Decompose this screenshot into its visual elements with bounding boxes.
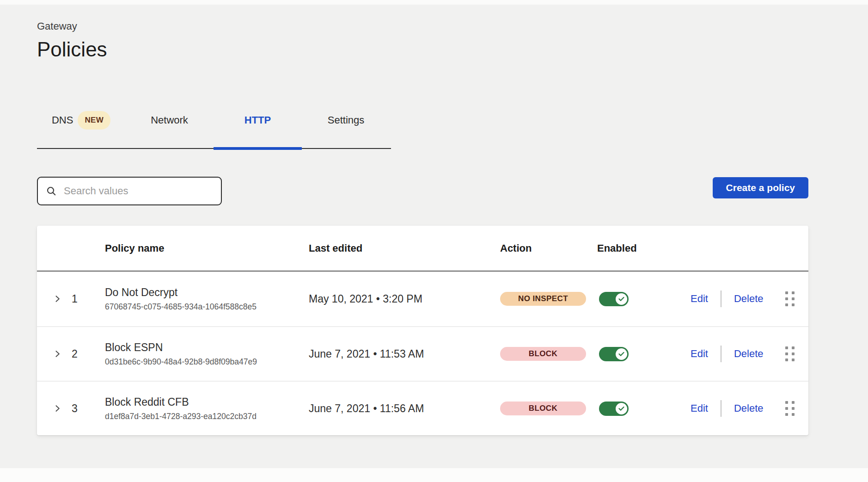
gateway-policies-page: Gateway Policies DNS NEW Network HTTP Se… [37, 0, 808, 435]
row-number: 1 [65, 293, 86, 305]
action-divider [721, 290, 721, 307]
policy-name: Do Not Decrypt [105, 286, 305, 299]
toggle-knob [616, 348, 627, 360]
action-badge: BLOCK [500, 347, 586, 361]
action-badge: BLOCK [500, 402, 586, 415]
page-title: Policies [37, 38, 808, 61]
toggle-knob [616, 293, 627, 305]
table-body: 1 Do Not Decrypt 67068745-c075-4685-934a… [37, 272, 808, 435]
check-icon [618, 296, 625, 303]
tab-settings[interactable]: Settings [302, 111, 390, 130]
last-edited-value: May 10, 2021 • 3:20 PM [305, 293, 499, 305]
tab-bar: DNS NEW Network HTTP Settings [37, 111, 391, 149]
column-header-action: Action [499, 242, 596, 254]
edit-link[interactable]: Edit [691, 293, 708, 305]
expand-row-button[interactable] [53, 294, 62, 303]
toolbar: Create a policy [37, 177, 808, 205]
check-icon [618, 351, 625, 358]
tab-network[interactable]: Network [125, 111, 214, 130]
chevron-right-icon [53, 404, 62, 413]
breadcrumb: Gateway [37, 20, 808, 32]
drag-handle-icon[interactable] [785, 346, 795, 361]
create-policy-button[interactable]: Create a policy [713, 177, 808, 198]
edit-link[interactable]: Edit [691, 402, 708, 414]
expand-row-button[interactable] [53, 349, 62, 358]
table-row: 3 Block Reddit CFB d1ef8a7d-3eb1-4728-a2… [37, 381, 808, 435]
drag-handle-icon[interactable] [785, 401, 795, 416]
expand-row-button[interactable] [53, 404, 62, 413]
tab-dns-label: DNS [52, 114, 73, 127]
column-header-last-edited: Last edited [305, 242, 499, 254]
page-bottom-edge [0, 468, 868, 482]
enabled-toggle[interactable] [599, 402, 629, 416]
policy-name: Block ESPN [105, 341, 305, 354]
last-edited-value: June 7, 2021 • 11:56 AM [305, 402, 499, 415]
column-header-policy-name: Policy name [86, 242, 305, 254]
toggle-knob [616, 403, 627, 414]
search-icon [46, 185, 57, 197]
chevron-right-icon [53, 349, 62, 358]
action-divider [721, 346, 721, 362]
column-header-enabled: Enabled [596, 242, 681, 254]
policy-name: Block Reddit CFB [105, 396, 305, 408]
policy-uuid: 0d31be6c-9b90-48a4-92b8-9d8f09ba47e9 [105, 357, 305, 367]
delete-link[interactable]: Delete [734, 348, 764, 360]
enabled-toggle[interactable] [599, 347, 629, 361]
table-row: 1 Do Not Decrypt 67068745-c075-4685-934a… [37, 272, 808, 326]
table-row: 2 Block ESPN 0d31be6c-9b90-48a4-92b8-9d8… [37, 326, 808, 381]
drag-handle-icon[interactable] [785, 291, 795, 306]
delete-link[interactable]: Delete [734, 293, 764, 305]
tab-network-label: Network [151, 114, 188, 127]
check-icon [618, 405, 625, 412]
enabled-toggle[interactable] [599, 292, 629, 306]
chevron-right-icon [53, 294, 62, 303]
row-number: 3 [65, 402, 86, 415]
edit-link[interactable]: Edit [691, 348, 708, 360]
tab-dns[interactable]: DNS NEW [37, 111, 125, 130]
delete-link[interactable]: Delete [734, 402, 764, 414]
search-input[interactable] [63, 185, 213, 198]
tab-settings-label: Settings [328, 114, 365, 127]
tab-http-label: HTTP [245, 114, 271, 127]
last-edited-value: June 7, 2021 • 11:53 AM [305, 348, 499, 360]
tab-http[interactable]: HTTP [214, 111, 302, 130]
row-number: 2 [65, 348, 86, 360]
action-divider [721, 400, 721, 417]
new-badge: NEW [78, 111, 110, 130]
policies-table: Policy name Last edited Action Enabled 1… [37, 226, 808, 435]
search-box[interactable] [37, 177, 222, 205]
policy-uuid: d1ef8a7d-3eb1-4728-a293-ea120c2cb37d [105, 412, 305, 421]
policy-uuid: 67068745-c075-4685-934a-1064f588c8e5 [105, 302, 305, 312]
action-badge: NO INSPECT [500, 292, 586, 306]
table-header: Policy name Last edited Action Enabled [37, 226, 808, 272]
